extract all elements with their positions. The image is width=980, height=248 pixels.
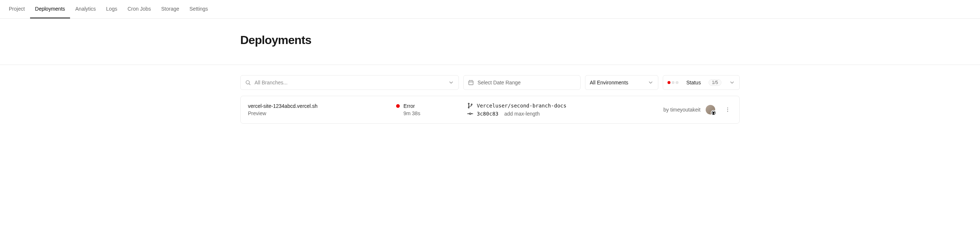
svg-line-1 [249,84,250,85]
search-icon [245,79,251,86]
tab-logs[interactable]: Logs [101,0,122,18]
svg-point-13 [727,109,728,110]
deployment-commit-message: add max-length [504,111,540,117]
author-avatar[interactable] [706,105,715,114]
date-range-label: Select Date Range [477,79,521,86]
branch-filter[interactable] [240,75,459,90]
more-vertical-icon [725,107,730,113]
environment-filter[interactable]: All Environments [585,75,659,90]
status-dots-icon [668,81,679,84]
svg-point-12 [727,108,728,108]
deployment-duration: 9m 38s [403,110,458,116]
calendar-icon [468,79,474,86]
tab-settings[interactable]: Settings [185,0,213,18]
svg-point-14 [727,111,728,112]
nav-tabs: Project Deployments Analytics Logs Cron … [0,0,980,19]
deployment-commit-hash[interactable]: 3c80c83 [477,111,498,117]
status-indicator-icon [396,104,400,108]
page-title: Deployments [240,33,740,47]
deployment-url[interactable]: vercel-site-1234abcd.vercel.sh [248,103,387,109]
status-count-badge: 1/5 [709,79,721,86]
deployment-author: by timeyoutakeit [663,107,700,113]
date-range-filter[interactable]: Select Date Range [463,75,581,90]
environment-label: All Environments [590,79,628,86]
tab-cron-jobs[interactable]: Cron Jobs [123,0,156,18]
chevron-down-icon [648,79,654,86]
github-badge-icon [711,110,716,116]
deployment-status: Error [403,103,415,109]
filters-row: Select Date Range All Environments Statu… [240,65,740,96]
status-filter[interactable]: Status 1/5 [663,75,740,90]
deployment-environment: Preview [248,110,387,116]
tab-analytics[interactable]: Analytics [70,0,101,18]
svg-rect-2 [469,81,473,85]
chevron-down-icon [729,79,735,86]
git-commit-icon [467,111,473,117]
chevron-down-icon [448,79,454,86]
deployment-row[interactable]: vercel-site-1234abcd.vercel.sh Preview E… [240,96,740,124]
tab-project[interactable]: Project [4,0,30,18]
git-branch-icon [467,103,473,108]
branch-search-input[interactable] [255,79,444,86]
tab-deployments[interactable]: Deployments [30,0,70,18]
tab-storage[interactable]: Storage [156,0,184,18]
deployment-branch[interactable]: Verceluser/second-branch-docs [477,103,566,108]
status-label: Status [686,79,701,86]
more-actions-button[interactable] [723,105,732,114]
